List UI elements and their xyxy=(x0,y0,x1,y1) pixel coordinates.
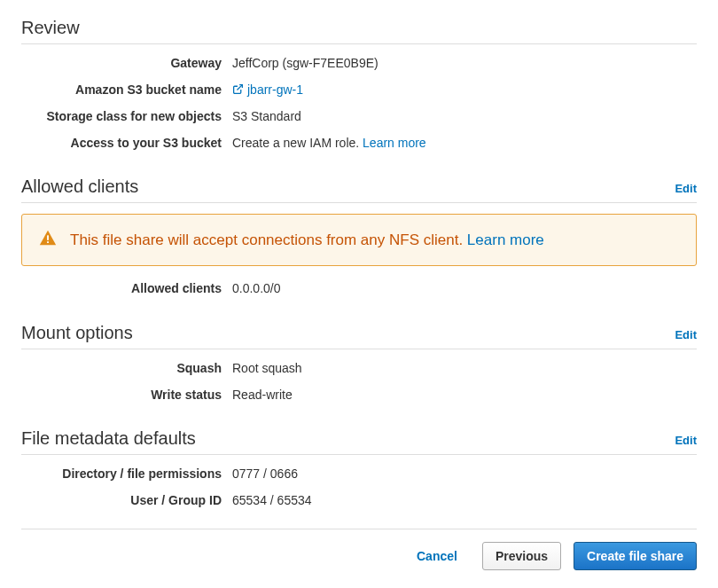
review-title: Review xyxy=(21,18,80,38)
warning-alert: This file share will accept connections … xyxy=(21,214,697,266)
review-heading: Review xyxy=(21,18,697,44)
svg-line-0 xyxy=(237,84,242,90)
row-clients: Allowed clients 0.0.0.0/0 xyxy=(21,280,697,298)
label-gateway: Gateway xyxy=(21,55,232,73)
allowed-clients-title: Allowed clients xyxy=(21,176,138,197)
mount-options-title: Mount options xyxy=(21,323,133,343)
value-access: Create a new IAM role. xyxy=(232,136,359,150)
allowed-clients-edit-link[interactable]: Edit xyxy=(675,182,697,195)
row-access: Access to your S3 bucket Create a new IA… xyxy=(21,135,697,153)
row-write: Write status Read-write xyxy=(21,387,697,404)
label-squash: Squash xyxy=(21,360,232,378)
label-permissions: Directory / file permissions xyxy=(21,466,232,483)
row-ugid: User / Group ID 65534 / 65534 xyxy=(21,492,697,510)
value-gateway: JeffCorp (sgw-F7EE0B9E) xyxy=(232,55,697,73)
value-clients: 0.0.0.0/0 xyxy=(232,280,697,298)
value-storage: S3 Standard xyxy=(232,108,697,126)
value-permissions: 0777 / 0666 xyxy=(232,466,697,483)
label-access: Access to your S3 bucket xyxy=(21,135,232,153)
alert-learn-more-link[interactable]: Learn more xyxy=(467,231,544,248)
access-learn-more-link[interactable]: Learn more xyxy=(363,136,426,150)
value-ugid: 65534 / 65534 xyxy=(232,492,697,510)
label-clients: Allowed clients xyxy=(21,280,232,298)
row-squash: Squash Root squash xyxy=(21,360,697,378)
row-permissions: Directory / file permissions 0777 / 0666 xyxy=(21,466,697,483)
mount-options-edit-link[interactable]: Edit xyxy=(675,328,697,341)
metadata-title: File metadata defaults xyxy=(21,428,196,449)
bucket-link-text: jbarr-gw-1 xyxy=(247,82,303,97)
alert-message: This file share will accept connections … xyxy=(70,231,463,248)
row-storage: Storage class for new objects S3 Standar… xyxy=(21,108,697,126)
create-file-share-button[interactable]: Create file share xyxy=(574,542,697,570)
metadata-heading: File metadata defaults Edit xyxy=(21,428,697,455)
mount-options-heading: Mount options Edit xyxy=(21,323,697,349)
external-link-icon xyxy=(232,82,244,100)
svg-rect-2 xyxy=(47,242,49,244)
label-write: Write status xyxy=(21,387,232,404)
label-bucket: Amazon S3 bucket name xyxy=(21,82,232,100)
footer-actions: Cancel Previous Create file share xyxy=(21,529,697,570)
label-storage: Storage class for new objects xyxy=(21,108,232,126)
value-squash: Root squash xyxy=(232,360,697,378)
cancel-button[interactable]: Cancel xyxy=(404,543,470,569)
row-gateway: Gateway JeffCorp (sgw-F7EE0B9E) xyxy=(21,55,697,73)
label-ugid: User / Group ID xyxy=(21,492,232,510)
warning-icon xyxy=(38,229,58,251)
metadata-edit-link[interactable]: Edit xyxy=(675,434,697,447)
bucket-link[interactable]: jbarr-gw-1 xyxy=(232,82,303,97)
value-write: Read-write xyxy=(232,387,697,404)
allowed-clients-heading: Allowed clients Edit xyxy=(21,176,697,203)
row-bucket: Amazon S3 bucket name jbarr-gw-1 xyxy=(21,82,697,100)
previous-button[interactable]: Previous xyxy=(482,542,561,570)
svg-rect-1 xyxy=(47,236,49,241)
